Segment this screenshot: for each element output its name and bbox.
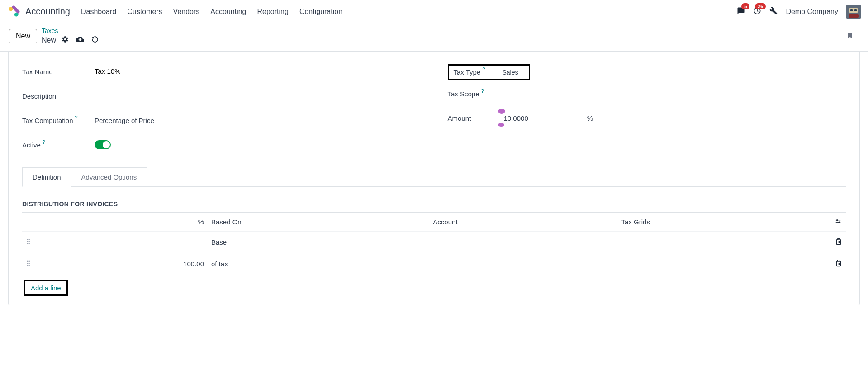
nav-reporting[interactable]: Reporting <box>257 8 289 16</box>
tab-advanced-options[interactable]: Advanced Options <box>71 167 147 187</box>
tax-computation-select[interactable]: Percentage of Price <box>95 117 421 124</box>
messages-badge: 5 <box>741 3 749 9</box>
tab-definition[interactable]: Definition <box>22 167 71 187</box>
tax-name-input[interactable] <box>95 66 421 77</box>
distribution-invoices-title: DISTRIBUTION FOR INVOICES <box>22 200 846 213</box>
nav-customers[interactable]: Customers <box>127 8 162 16</box>
nav-accounting[interactable]: Accounting <box>210 8 246 16</box>
tools-icon[interactable] <box>769 7 778 16</box>
description-label: Description <box>22 92 95 100</box>
tax-scope-label: Tax Scope? <box>448 90 498 98</box>
tabs: Definition Advanced Options <box>22 167 846 187</box>
nav-configuration[interactable]: Configuration <box>299 8 342 16</box>
svg-rect-7 <box>854 9 857 11</box>
nav-right: 5 26 Demo Company <box>737 5 861 19</box>
control-panel: New Taxes New <box>0 24 868 52</box>
amount-unit: % <box>587 114 593 122</box>
svg-point-10 <box>498 123 504 127</box>
table-row[interactable]: ⠿ 100.00 of tax <box>22 253 846 275</box>
breadcrumb-current: New <box>42 36 56 44</box>
col-percent: % <box>36 213 208 232</box>
svg-point-13 <box>837 220 838 221</box>
cursor-decoration-icon <box>498 109 506 127</box>
nav-dashboard[interactable]: Dashboard <box>81 8 116 16</box>
help-icon[interactable]: ? <box>75 115 78 120</box>
breadcrumb-link[interactable]: Taxes <box>42 27 99 34</box>
svg-point-1 <box>9 7 13 11</box>
distribution-table: % Based On Account Tax Grids ⠿ Base <box>22 213 846 275</box>
col-tax-grids: Tax Grids <box>618 213 830 232</box>
user-avatar[interactable] <box>846 5 861 19</box>
col-account: Account <box>429 213 617 232</box>
tax-name-label: Tax Name <box>22 68 95 76</box>
top-nav: Accounting Dashboard Customers Vendors A… <box>0 0 868 24</box>
app-name[interactable]: Accounting <box>25 6 70 17</box>
undo-icon[interactable] <box>91 36 99 44</box>
amount-label: Amount <box>448 114 498 122</box>
tax-computation-label: Tax Computation? <box>22 117 95 124</box>
tax-type-highlight: Tax Type? Sales <box>448 64 531 80</box>
company-selector[interactable]: Demo Company <box>786 8 838 16</box>
table-settings-icon[interactable] <box>834 218 842 226</box>
help-icon[interactable]: ? <box>481 88 484 94</box>
messages-icon[interactable]: 5 <box>737 7 745 16</box>
add-line-button[interactable]: Add a line <box>24 280 68 296</box>
col-based-on: Based On <box>208 213 429 232</box>
help-icon[interactable]: ? <box>43 139 45 145</box>
table-row[interactable]: ⠿ Base <box>22 232 846 253</box>
trash-icon[interactable] <box>835 260 842 268</box>
activities-icon[interactable]: 26 <box>753 7 761 16</box>
new-button[interactable]: New <box>9 29 37 43</box>
svg-point-9 <box>498 109 505 114</box>
tax-type-label: Tax Type? <box>454 68 485 76</box>
nav-vendors[interactable]: Vendors <box>173 8 200 16</box>
form-sheet: Tax Name Description Tax Computation? Pe… <box>8 52 860 305</box>
tax-type-select[interactable]: Sales <box>496 69 524 76</box>
cloud-upload-icon[interactable] <box>76 35 84 45</box>
svg-point-2 <box>14 12 19 16</box>
active-label: Active? <box>22 141 95 149</box>
trash-icon[interactable] <box>835 239 842 246</box>
svg-point-14 <box>839 222 840 223</box>
drag-handle-icon[interactable]: ⠿ <box>26 260 31 268</box>
main-menu: Dashboard Customers Vendors Accounting R… <box>81 8 342 16</box>
help-icon[interactable]: ? <box>482 66 485 72</box>
svg-rect-8 <box>849 14 859 18</box>
app-logo-icon[interactable] <box>7 5 20 18</box>
activities-badge: 26 <box>755 3 766 9</box>
svg-rect-6 <box>850 9 853 11</box>
drag-handle-icon[interactable]: ⠿ <box>26 238 31 246</box>
active-toggle[interactable] <box>95 140 111 149</box>
gear-icon[interactable] <box>62 36 69 44</box>
bookmark-icon[interactable] <box>846 31 859 41</box>
